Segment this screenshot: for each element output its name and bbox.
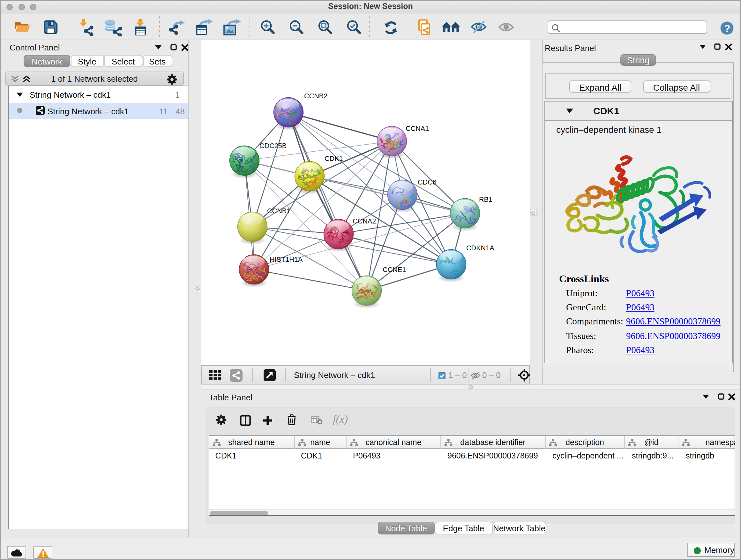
svg-text:CDC25B: CDC25B — [259, 142, 286, 150]
svg-text:HIST1H1A: HIST1H1A — [269, 255, 302, 263]
svg-text:?: ? — [724, 23, 730, 34]
svg-text:CCNA1: CCNA1 — [405, 125, 428, 132]
svg-text:CCNB2: CCNB2 — [304, 92, 327, 100]
svg-text:CCNA2: CCNA2 — [352, 217, 376, 225]
svg-text:CDC6: CDC6 — [417, 178, 436, 186]
svg-text:RB1: RB1 — [479, 195, 492, 203]
svg-text:CDKN1A: CDKN1A — [466, 244, 494, 252]
svg-text:CDK1: CDK1 — [324, 154, 343, 163]
svg-text:CCNB1: CCNB1 — [267, 207, 290, 215]
svg-text:CCNE1: CCNE1 — [382, 266, 406, 273]
